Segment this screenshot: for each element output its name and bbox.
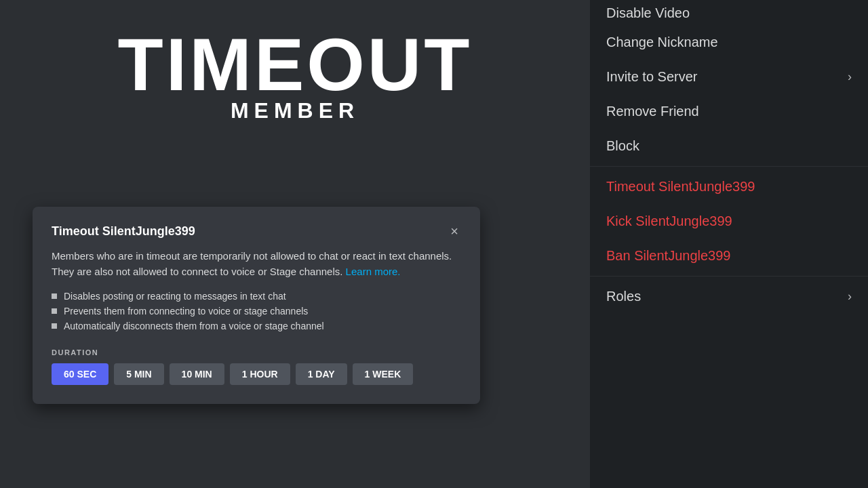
menu-item-change-nickname[interactable]: Change Nickname <box>590 25 868 60</box>
bullet-text: Disables posting or reacting to messages… <box>64 291 286 302</box>
list-item: Disables posting or reacting to messages… <box>52 289 461 304</box>
menu-item-remove-friend[interactable]: Remove Friend <box>590 94 868 129</box>
dialog-description: Members who are in timeout are temporari… <box>52 249 461 279</box>
menu-label: Block <box>606 138 639 154</box>
list-item: Prevents them from connecting to voice o… <box>52 304 461 319</box>
duration-60sec[interactable]: 60 SEC <box>52 363 108 385</box>
menu-label: Change Nickname <box>606 35 718 50</box>
duration-10min[interactable]: 10 MIN <box>170 363 224 385</box>
duration-label: DURATION <box>52 348 461 357</box>
menu-label: Kick SilentJungle399 <box>606 214 732 229</box>
menu-item-roles[interactable]: Roles › <box>590 279 868 314</box>
bullet-icon <box>52 323 57 329</box>
menu-item-ban[interactable]: Ban SilentJungle399 <box>590 239 868 273</box>
menu-label: Remove Friend <box>606 104 699 119</box>
duration-1week[interactable]: 1 WEEK <box>353 363 414 385</box>
menu-label: Disable Video <box>606 5 690 21</box>
menu-item-timeout[interactable]: Timeout SilentJungle399 <box>590 169 868 204</box>
menu-label: Timeout SilentJungle399 <box>606 179 755 195</box>
close-button[interactable]: × <box>448 223 461 239</box>
list-item: Automatically disconnects them from a vo… <box>52 319 461 333</box>
menu-item-disable-video[interactable]: Disable Video <box>590 5 868 25</box>
chevron-right-icon: › <box>848 70 852 84</box>
menu-item-block[interactable]: Block <box>590 129 868 163</box>
learn-more-link[interactable]: Learn more. <box>346 266 401 277</box>
dialog-header: Timeout SilentJungle399 × <box>52 223 461 239</box>
bullet-text: Automatically disconnects them from a vo… <box>64 321 324 331</box>
chevron-right-icon: › <box>848 289 852 304</box>
timeout-dialog: Timeout SilentJungle399 × Members who ar… <box>33 207 480 404</box>
title-area: TIMEOUT MEMBER <box>118 27 473 123</box>
member-subtitle: MEMBER <box>231 98 359 123</box>
duration-5min[interactable]: 5 MIN <box>114 363 163 385</box>
right-panel: Disable Video Change Nickname Invite to … <box>590 0 868 488</box>
left-panel: TIMEOUT MEMBER Timeout SilentJungle399 ×… <box>0 0 590 488</box>
main-title: TIMEOUT <box>118 27 473 102</box>
menu-divider-2 <box>590 276 868 277</box>
bullet-list: Disables posting or reacting to messages… <box>52 289 461 333</box>
duration-1hour[interactable]: 1 HOUR <box>230 363 290 385</box>
bullet-icon <box>52 308 57 314</box>
menu-label: Invite to Server <box>606 69 698 85</box>
bullet-text: Prevents them from connecting to voice o… <box>64 306 308 317</box>
menu-item-kick[interactable]: Kick SilentJungle399 <box>590 204 868 239</box>
duration-button-group: 60 SEC 5 MIN 10 MIN 1 HOUR 1 DAY 1 WEEK <box>52 363 461 385</box>
bullet-icon <box>52 293 57 299</box>
menu-divider <box>590 166 868 167</box>
context-menu: Disable Video Change Nickname Invite to … <box>590 0 868 314</box>
menu-item-invite-to-server[interactable]: Invite to Server › <box>590 60 868 94</box>
duration-1day[interactable]: 1 DAY <box>296 363 347 385</box>
menu-label: Roles <box>606 289 641 304</box>
menu-label: Ban SilentJungle399 <box>606 248 730 264</box>
dialog-title: Timeout SilentJungle399 <box>52 224 195 239</box>
